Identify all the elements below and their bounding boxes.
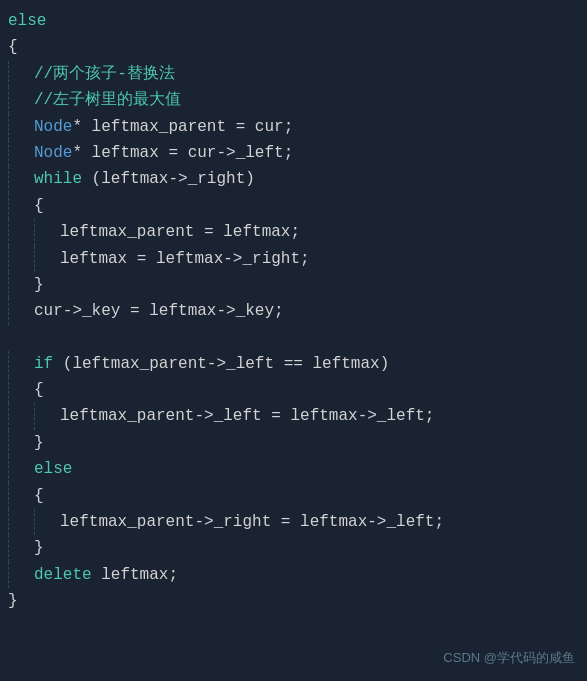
- code-line: }: [0, 430, 587, 456]
- code-line: else: [0, 8, 587, 34]
- code-line: leftmax_parent->_left = leftmax->_left;: [0, 403, 587, 429]
- code-line: {: [0, 377, 587, 403]
- code-line: if (leftmax_parent->_left == leftmax): [0, 351, 587, 377]
- code-line: //左子树里的最大值: [0, 87, 587, 113]
- code-line: Node* leftmax = cur->_left;: [0, 140, 587, 166]
- code-line: }: [0, 535, 587, 561]
- code-line: {: [0, 193, 587, 219]
- code-line: else: [0, 456, 587, 482]
- code-line: }: [0, 272, 587, 298]
- code-line: }: [0, 588, 587, 614]
- code-line: Node* leftmax_parent = cur;: [0, 114, 587, 140]
- code-line: [0, 325, 587, 351]
- code-line: {: [0, 34, 587, 60]
- code-line: leftmax = leftmax->_right;: [0, 246, 587, 272]
- code-line: delete leftmax;: [0, 562, 587, 588]
- code-line: leftmax_parent = leftmax;: [0, 219, 587, 245]
- code-line: while (leftmax->_right): [0, 166, 587, 192]
- code-line: cur->_key = leftmax->_key;: [0, 298, 587, 324]
- watermark: CSDN @学代码的咸鱼: [443, 648, 575, 669]
- code-line: leftmax_parent->_right = leftmax->_left;: [0, 509, 587, 535]
- code-line: {: [0, 483, 587, 509]
- code-line: //两个孩子-替换法: [0, 61, 587, 87]
- code-block: else{//两个孩子-替换法//左子树里的最大值Node* leftmax_p…: [0, 0, 587, 681]
- code-content: else{//两个孩子-替换法//左子树里的最大值Node* leftmax_p…: [0, 8, 587, 615]
